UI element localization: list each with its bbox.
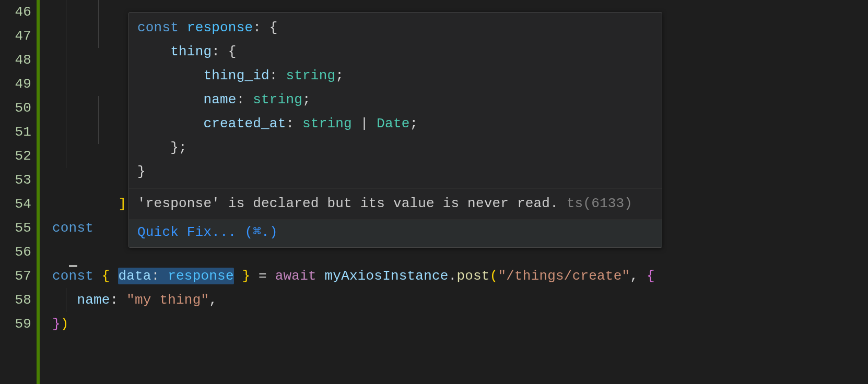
line-number: 55 bbox=[0, 216, 36, 240]
quick-fix-link[interactable]: Quick Fix... (⌘.) bbox=[137, 224, 278, 240]
line-number: 49 bbox=[0, 72, 36, 96]
line-number: 51 bbox=[0, 120, 36, 144]
hover-quick-fix-row: Quick Fix... (⌘.) bbox=[129, 220, 662, 247]
line-number: 52 bbox=[0, 144, 36, 168]
line-number: 57 bbox=[0, 264, 36, 288]
line-number: 50 bbox=[0, 96, 36, 120]
code-line[interactable]: }) bbox=[52, 312, 868, 336]
code-editor[interactable]: 46 47 48 49 50 51 52 53 54 55 56 57 58 5… bbox=[0, 0, 868, 384]
editor-hover-popup[interactable]: const response: { thing: { thing_id: str… bbox=[128, 12, 662, 248]
line-number: 58 bbox=[0, 288, 36, 312]
code-line[interactable]: name: "my thing", bbox=[52, 288, 868, 312]
hover-diagnostic-message: 'response' is declared but its value is … bbox=[129, 188, 662, 220]
line-number: 59 bbox=[0, 312, 36, 336]
git-gutter-modified bbox=[37, 0, 40, 384]
line-number: 54 bbox=[0, 192, 36, 216]
line-number: 46 bbox=[0, 0, 36, 24]
line-number: 56 bbox=[0, 240, 36, 264]
code-line[interactable]: const { data: response } = await myAxios… bbox=[52, 264, 868, 288]
line-number-gutter: 46 47 48 49 50 51 52 53 54 55 56 57 58 5… bbox=[0, 0, 36, 384]
hover-type-info: const response: { thing: { thing_id: str… bbox=[129, 13, 662, 188]
line-number: 53 bbox=[0, 168, 36, 192]
line-number: 47 bbox=[0, 24, 36, 48]
line-number: 48 bbox=[0, 48, 36, 72]
